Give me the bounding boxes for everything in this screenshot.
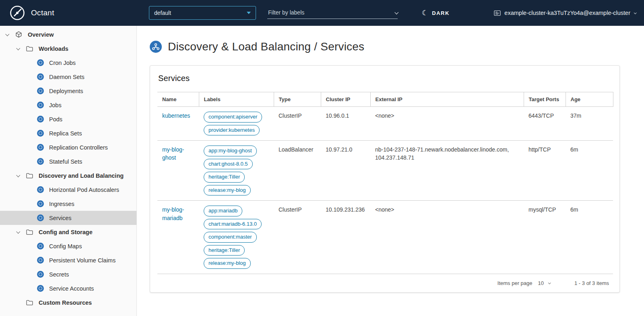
sidebar-item-label: Pods [49,116,62,123]
column-header-type: Type [274,92,321,107]
target-ports-cell: http/TCP [524,141,566,201]
items-per-page-label: Items per page [497,280,533,286]
pagination: Items per page 10 1 - 3 of 3 items [157,274,612,292]
deployments-resource-icon [37,87,44,94]
sidebar-section-workloads[interactable]: Workloads [0,42,136,56]
folder-icon [26,229,33,235]
secrets-resource-icon [37,271,44,278]
pods-resource-icon [37,116,44,123]
name-cell: my-blog-mariadb [157,201,199,274]
labels-cell: component:apiserver provider:kubernetes [199,107,274,141]
sidebar-item-ingresses[interactable]: Ingresses [0,197,136,211]
sidebar-item-label: Services [49,215,72,221]
name-cell: kubernetes [157,107,199,141]
sidebar-section-config-and-storage[interactable]: Config and Storage [0,225,136,239]
page-title: Discovery & Load Balancing / Services [168,40,364,53]
page-header: Discovery & Load Balancing / Services [150,40,644,53]
context-label: example-cluster-ka3TuTzYo4a@example-clus… [504,10,630,16]
service-link[interactable]: kubernetes [162,112,190,119]
chevron-down-icon[interactable] [16,46,20,50]
target-ports-cell: 6443/TCP [524,107,566,141]
sidebar-item-label: Jobs [49,102,62,108]
daemon-sets-resource-icon [37,73,44,80]
config-maps-resource-icon [37,243,44,249]
chevron-down-icon[interactable] [5,32,9,36]
sidebar-item-service-accounts[interactable]: Service Accounts [0,281,136,295]
main-content: Discovery & Load Balancing / Services Se… [137,26,644,316]
sidebar-item-daemon-sets[interactable]: Daemon Sets [0,70,136,84]
label-pill: release:my-blog [204,258,251,269]
sidebar-item-deployments[interactable]: Deployments [0,84,136,98]
cluster-ip-cell: 10.96.0.1 [321,107,370,141]
folder-icon [26,46,33,52]
service-link[interactable]: my-blog-ghost [162,146,184,161]
labels-cell: app:my-blog-ghost chart:ghost-8.0.5 heri… [199,141,274,201]
target-ports-cell: mysql/TCP [524,201,566,274]
namespace-select[interactable]: default [149,6,256,20]
overview-icon [15,31,22,38]
folder-icon [26,300,33,306]
external-ip-cell: <none> [370,201,524,274]
table-row: my-blog-mariadb app:mariadb chart:mariad… [157,201,613,274]
sidebar-item-replication-controllers[interactable]: Replication Controllers [0,140,136,154]
label-pill: chart:ghost-8.0.5 [204,159,253,170]
context-selector[interactable]: example-cluster-ka3TuTzYo4a@example-clus… [494,0,636,26]
chevron-down-icon [548,281,551,284]
sidebar-item-config-maps[interactable]: Config Maps [0,239,136,253]
folder-icon [26,173,33,179]
service-accounts-resource-icon [37,285,44,292]
sidebar-item-label: Persistent Volume Claims [49,257,116,264]
label-pill: heritage:Tiller [204,172,245,183]
sidebar-section-custom-resources[interactable]: Custom Resources [0,295,136,310]
label-pill: release:my-blog [204,185,251,196]
chevron-down-icon [634,11,637,14]
sidebar-item-label: Replication Controllers [49,144,108,151]
sidebar-section-discovery-and-load-balancing[interactable]: Discovery and Load Balancing [0,168,136,183]
service-link[interactable]: my-blog-mariadb [162,206,184,221]
sidebar-item-services[interactable]: Services [0,211,136,225]
brand: Octant [9,0,54,26]
age-cell: 6m [566,201,613,274]
items-per-page-select[interactable]: 10 [538,280,550,286]
column-header-name: Name [157,92,199,107]
theme-toggle[interactable]: ☾ DARK [422,0,450,26]
sidebar: Overview Workloads Cron Jobs Daemon Sets… [0,26,137,316]
sidebar-item-horizontal-pod-autoscalers[interactable]: Horizontal Pod Autoscalers [0,183,136,197]
sidebar-item-label: Cron Jobs [49,60,76,66]
pagination-range: 1 - 3 of 3 items [574,280,609,286]
replication-controllers-resource-icon [37,144,44,151]
age-cell: 37m [566,107,613,141]
card-title: Services [157,73,612,83]
sidebar-section-label: Config and Storage [39,229,93,235]
sidebar-item-stateful-sets[interactable]: Stateful Sets [0,154,136,168]
sidebar-item-pods[interactable]: Pods [0,112,136,126]
sidebar-item-jobs[interactable]: Jobs [0,98,136,112]
chevron-down-icon[interactable] [394,10,398,14]
sidebar-item-label: Deployments [49,88,83,94]
cluster-icon [494,10,501,16]
services-resource-icon [37,214,44,221]
column-header-labels: Labels [199,92,274,107]
external-ip-cell: nb-104-237-148-71.newark.nodebalancer.li… [370,141,524,201]
namespace-value: default [154,10,171,16]
chevron-down-icon[interactable] [16,173,20,177]
sidebar-item-cron-jobs[interactable]: Cron Jobs [0,56,136,70]
sidebar-section-label: Custom Resources [39,299,92,306]
sidebar-section-label: Discovery and Load Balancing [39,173,124,179]
chevron-down-icon[interactable] [16,230,20,234]
sidebar-item-label: Ingresses [49,201,74,207]
sidebar-item-label: Horizontal Pod Autoscalers [49,187,119,193]
sidebar-section-label: Workloads [39,46,68,52]
items-per-page-value: 10 [538,280,544,286]
label-pill: heritage:Tiller [204,245,245,256]
sidebar-item-secrets[interactable]: Secrets [0,267,136,281]
label-filter-input[interactable] [267,9,395,16]
ingresses-resource-icon [37,200,44,207]
name-cell: my-blog-ghost [157,141,199,201]
column-header-target-ports: Target Ports [524,92,566,107]
discovery-load-balancing-icon [150,41,162,53]
sidebar-item-overview[interactable]: Overview [0,27,136,42]
sidebar-item-persistent-volume-claims[interactable]: Persistent Volume Claims [0,253,136,267]
type-cell: ClusterIP [274,107,321,141]
sidebar-item-replica-sets[interactable]: Replica Sets [0,126,136,140]
